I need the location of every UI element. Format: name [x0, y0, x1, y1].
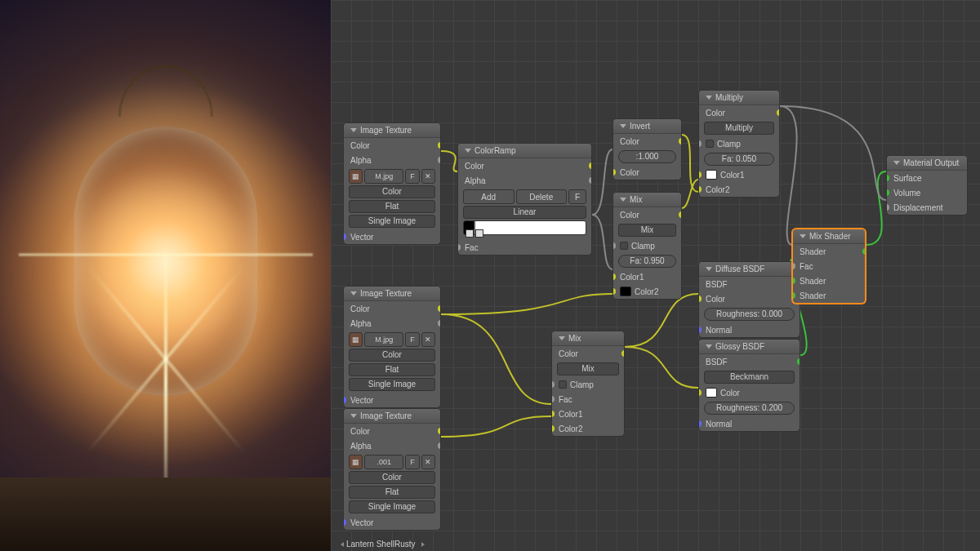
color-space-dropdown[interactable]: Color [349, 185, 435, 198]
node-colorramp[interactable]: ColorRamp Color Alpha Add Delete F Linea… [457, 143, 592, 256]
blend-mode-dropdown[interactable]: Multiply [704, 122, 774, 135]
node-mix-1[interactable]: Mix Color Mix Clamp Fa: 0.950 Color1 Col… [612, 192, 682, 300]
color-ramp-gradient[interactable] [463, 220, 586, 235]
node-glossy-bsdf[interactable]: Glossy BSDF BSDF Beckmann Color Roughnes… [698, 339, 800, 432]
unlink-button[interactable]: ✕ [421, 169, 435, 184]
clamp-checkbox[interactable] [620, 242, 628, 250]
color1-swatch[interactable] [706, 170, 717, 180]
invert-fac-slider[interactable]: : 1.000 [618, 150, 676, 163]
diffuse-roughness-slider[interactable]: Roughness: 0.000 [704, 308, 795, 321]
node-image-texture-2[interactable]: Image Texture Color Alpha ▦ M.jpg F ✕ Co… [343, 286, 441, 408]
node-header[interactable]: Mix [613, 193, 681, 207]
ramp-delete-button[interactable]: Delete [516, 189, 568, 204]
glossy-color-swatch[interactable] [706, 388, 717, 398]
image-filename[interactable]: M.jpg [364, 169, 403, 184]
mix-fac-slider[interactable]: Fa: 0.950 [618, 255, 676, 268]
node-header[interactable]: Image Texture [344, 409, 440, 424]
node-invert[interactable]: Invert Color : 1.000 Color [612, 118, 682, 180]
image-icon[interactable]: ▦ [349, 332, 363, 347]
ramp-add-button[interactable]: Add [463, 189, 514, 204]
node-header[interactable]: Material Output [887, 156, 967, 171]
node-image-texture-1[interactable]: Image Texture Color Alpha ▦ M.jpg F ✕ Co… [343, 122, 441, 245]
material-name-label[interactable]: Lantern ShellRusty [341, 540, 425, 549]
image-browser-row[interactable]: ▦ M.jpg F ✕ [349, 169, 435, 184]
image-source-dropdown[interactable]: Single Image [349, 215, 435, 228]
distribution-dropdown[interactable]: Beckmann [704, 371, 795, 384]
image-icon[interactable]: ▦ [349, 169, 363, 184]
node-material-output[interactable]: Material Output Surface Volume Displacem… [886, 155, 968, 216]
glossy-roughness-slider[interactable]: Roughness: 0.200 [704, 402, 795, 415]
node-mix-shader[interactable]: Mix Shader Shader Fac Shader Shader [792, 229, 866, 304]
image-icon[interactable]: ▦ [349, 455, 363, 469]
node-header[interactable]: Diffuse BSDF [699, 262, 800, 277]
node-editor[interactable]: Image Texture Color Alpha ▦ M.jpg F ✕ Co… [331, 0, 980, 551]
node-header[interactable]: Mix [552, 331, 624, 346]
projection-dropdown[interactable]: Flat [349, 200, 435, 213]
node-image-texture-3[interactable]: Image Texture Color Alpha ▦ .001 F ✕ Col… [343, 408, 441, 531]
fake-user-button[interactable]: F [405, 169, 419, 184]
multiply-fac-slider[interactable]: Fa: 0.050 [704, 153, 774, 166]
node-header[interactable]: Multiply [699, 91, 779, 105]
blend-mode-dropdown[interactable]: Mix [618, 224, 676, 237]
node-header[interactable]: Image Texture [344, 123, 440, 138]
node-diffuse-bsdf[interactable]: Diffuse BSDF BSDF Color Roughness: 0.000… [698, 261, 800, 338]
ramp-flip-button[interactable]: F [568, 189, 586, 204]
node-multiply[interactable]: Multiply Color Multiply Clamp Fa: 0.050 … [698, 90, 780, 198]
node-mix-2[interactable]: Mix Color Mix Clamp Fac Color1 Color2 [551, 331, 625, 437]
node-header[interactable]: ColorRamp [458, 144, 591, 158]
clamp-checkbox[interactable] [706, 140, 714, 148]
clamp-checkbox[interactable] [559, 380, 567, 389]
node-header[interactable]: Mix Shader [793, 229, 865, 244]
ramp-interpolation-dropdown[interactable]: Linear [463, 206, 586, 219]
node-header[interactable]: Image Texture [344, 287, 440, 301]
node-header[interactable]: Invert [613, 119, 681, 134]
blend-mode-dropdown[interactable]: Mix [557, 362, 619, 375]
render-preview [0, 0, 331, 551]
node-header[interactable]: Glossy BSDF [699, 340, 800, 354]
color2-swatch[interactable] [620, 287, 631, 296]
